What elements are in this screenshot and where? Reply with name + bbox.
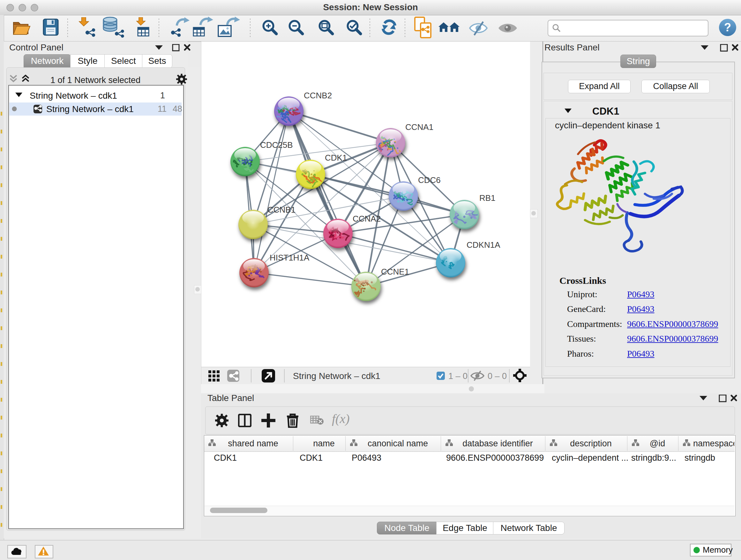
svg-text:CCNB1: CCNB1 [267,205,295,214]
svg-text:RB1: RB1 [479,193,495,203]
svg-text:CCNA2: CCNA2 [353,214,381,224]
svg-text:CDC6: CDC6 [418,175,441,185]
svg-text:CDK1: CDK1 [325,153,347,163]
svg-text:HIST1H1A: HIST1H1A [270,253,310,262]
svg-text:CCNB2: CCNB2 [304,91,332,100]
svg-text:?: ? [724,21,731,34]
svg-text:CCNE1: CCNE1 [381,267,409,276]
svg-text:CDKN1A: CDKN1A [467,240,500,250]
svg-text:CDC25B: CDC25B [260,140,293,150]
svg-text:CCNA1: CCNA1 [405,122,433,132]
